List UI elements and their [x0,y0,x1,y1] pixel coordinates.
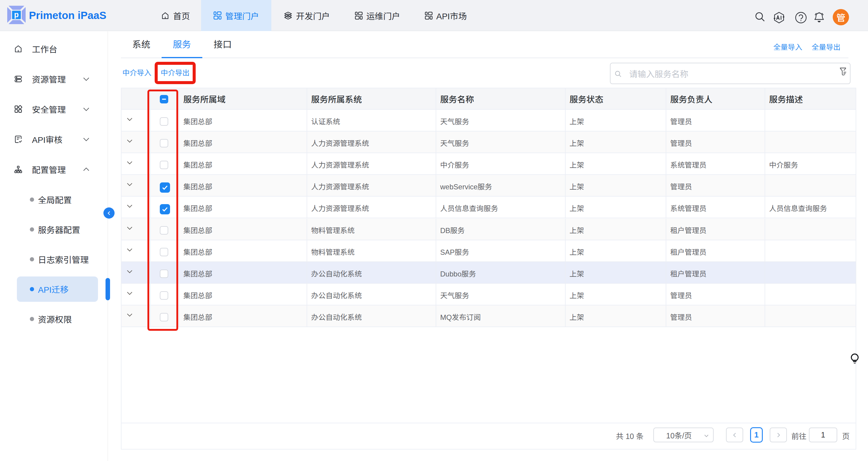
svg-text:p: p [14,10,19,19]
